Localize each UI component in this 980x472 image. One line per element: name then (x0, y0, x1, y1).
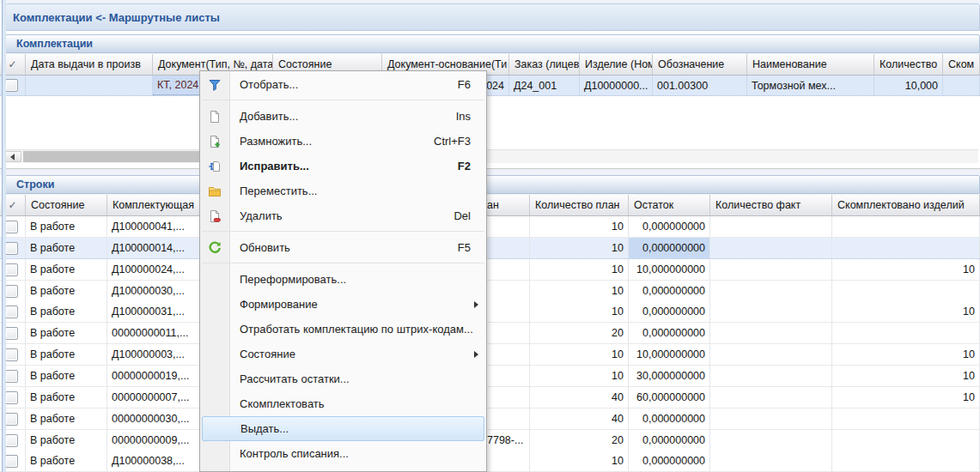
cell[interactable]: 20 (530, 430, 629, 451)
table-row[interactable]: В работе00000000030,...400,000000000 (0, 408, 980, 430)
cell[interactable] (710, 238, 832, 258)
cell[interactable]: В работе (26, 238, 107, 258)
context-menu-item-filter[interactable]: Отобрать...F6 (200, 72, 486, 97)
cell[interactable] (832, 238, 980, 258)
cell[interactable] (710, 216, 832, 237)
cell[interactable]: В работе (26, 281, 107, 301)
kompl-selected-row[interactable]: КТ, 2024024Д24_001Д10000000...001.00300Т… (0, 76, 980, 96)
cell[interactable]: В работе (26, 366, 107, 386)
cell[interactable] (832, 451, 980, 471)
kompl-column-header-9[interactable]: Количество (874, 54, 943, 75)
row-checkbox[interactable] (5, 391, 18, 404)
stroki-column-header-2[interactable]: Комплектующая (107, 195, 204, 215)
row-checkbox[interactable] (5, 327, 18, 340)
cell[interactable]: 60,000000000 (629, 387, 710, 408)
cell[interactable]: 10 (832, 301, 980, 322)
cell[interactable]: 10 (832, 344, 980, 365)
cell[interactable]: 10 (832, 387, 980, 408)
table-row[interactable]: В работеД100000038,...100,000000000 (0, 451, 980, 472)
cell[interactable]: 10 (832, 259, 980, 280)
cell[interactable]: 001.00300 (653, 76, 747, 95)
cell[interactable]: 10 (530, 281, 629, 301)
table-row[interactable]: В работеД100000041,...100,000000000 (0, 216, 980, 238)
row-checkbox[interactable] (5, 370, 18, 383)
horizontal-scrollbar[interactable] (2, 149, 978, 163)
cell[interactable]: 10 (832, 366, 980, 386)
row-checkbox[interactable] (5, 434, 18, 447)
cell[interactable] (710, 451, 832, 471)
cell[interactable]: Д10000000... (580, 76, 653, 95)
context-menu-item-complete[interactable]: Скомплектовать (200, 391, 486, 416)
table-row[interactable]: В работеД100000030,...100,000000000 (0, 281, 980, 302)
table-row[interactable]: В работе00000000009,...7798-...200,00000… (0, 430, 980, 451)
cell[interactable]: 10 (530, 451, 629, 471)
context-menu-item-duplicate[interactable]: Размножить...Ctrl+F3 (200, 129, 486, 154)
cell[interactable]: В работе (26, 430, 107, 451)
cell[interactable]: 40 (530, 408, 629, 429)
cell[interactable] (710, 323, 832, 343)
table-row[interactable]: В работеД100000014,...100,000000000 (0, 238, 980, 259)
table-row[interactable]: В работеД100000003,...1010,00000000010 (0, 344, 980, 366)
cell[interactable]: В работе (26, 451, 107, 471)
stroki-column-header-5[interactable]: Остаток (629, 195, 710, 215)
cell[interactable] (710, 430, 832, 451)
cell[interactable]: Д24_001 (509, 76, 580, 95)
cell[interactable]: 10 (530, 366, 629, 386)
row-checkbox[interactable] (5, 263, 18, 276)
cell[interactable]: 10,000000000 (629, 344, 710, 365)
cell[interactable]: 30,000000000 (629, 366, 710, 386)
cell[interactable]: В работе (26, 344, 107, 365)
cell[interactable] (832, 281, 980, 301)
row-checkbox[interactable] (5, 285, 18, 298)
cell[interactable]: 00000000007,... (107, 387, 204, 408)
cell[interactable]: 0,000000000 (629, 430, 710, 451)
cell[interactable] (832, 216, 980, 237)
cell[interactable]: 20 (530, 323, 629, 343)
row-checkbox[interactable] (5, 79, 18, 92)
cell[interactable]: 10 (530, 259, 629, 280)
cell[interactable]: 10 (530, 301, 629, 322)
cell[interactable] (710, 301, 832, 322)
cell[interactable]: 10,000 (874, 76, 943, 95)
kompl-column-header-6[interactable]: Изделие (Номе (580, 54, 653, 75)
cell[interactable] (943, 76, 980, 95)
cell[interactable] (710, 387, 832, 408)
cell[interactable]: Д100000014,... (107, 238, 204, 258)
cell[interactable] (710, 408, 832, 429)
cell[interactable]: В работе (26, 301, 107, 322)
cell[interactable]: 10 (530, 216, 629, 237)
cell[interactable]: Д100000003,... (107, 344, 204, 365)
stroki-column-header-1[interactable]: Состояние (26, 195, 107, 215)
stroki-column-header-4[interactable]: Количество план (530, 195, 629, 215)
cell[interactable] (832, 408, 980, 429)
row-checkbox[interactable] (5, 306, 18, 318)
cell[interactable]: В работе (26, 408, 107, 429)
kompl-column-header-1[interactable]: Дата выдачи в произв (26, 54, 153, 75)
cell[interactable]: В работе (26, 387, 107, 408)
kompl-column-header-7[interactable]: Обозначение (653, 54, 747, 75)
context-menu-item-calc-remainders[interactable]: Рассчитать остатки... (200, 366, 486, 391)
context-menu-item-move[interactable]: Переместить... (200, 179, 486, 203)
cell[interactable]: Д100000041,... (107, 216, 204, 237)
cell[interactable]: В работе (26, 259, 107, 280)
context-menu-item-writeoff-control[interactable]: Контроль списания... (200, 441, 486, 466)
cell[interactable] (832, 430, 980, 451)
context-menu-item-state[interactable]: Состояние (200, 342, 486, 366)
context-menu-item-reform[interactable]: Переформировать... (200, 267, 486, 292)
cell[interactable]: 0,000000000 (629, 238, 710, 258)
cell[interactable] (710, 366, 832, 386)
table-row[interactable]: В работеД100000024,...1010,00000000010 (0, 259, 980, 281)
cell[interactable]: 00000000019,... (107, 366, 204, 386)
cell[interactable]: 10 (530, 344, 629, 365)
table-row[interactable]: В работеД100000031,...100,00000000010 (0, 301, 980, 323)
cell[interactable]: Д100000030,... (107, 281, 204, 301)
cell[interactable]: В работе (26, 323, 107, 343)
cell[interactable]: 00000000009,... (107, 430, 204, 451)
cell[interactable] (26, 76, 153, 95)
table-row[interactable]: В работе00000000007,...4060,00000000010 (0, 387, 980, 408)
kompl-column-header-8[interactable]: Наименование (747, 54, 874, 75)
cell[interactable]: 0,000000000 (629, 323, 710, 343)
cell[interactable]: 10 (530, 238, 629, 258)
cell[interactable]: Тормозной мех... (747, 76, 874, 95)
row-checkbox[interactable] (5, 348, 18, 361)
